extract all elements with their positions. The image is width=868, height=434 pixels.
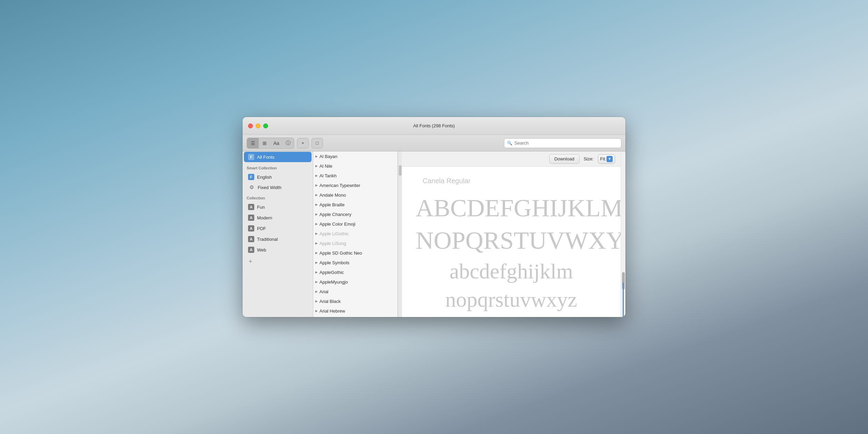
preview-scroll-line (623, 283, 624, 317)
english-label: English (257, 175, 272, 180)
sidebar-item-english[interactable]: F English (244, 172, 312, 182)
window-button[interactable]: □ (312, 138, 323, 148)
font-item-label: Apple Color Emoji (319, 221, 355, 227)
modern-icon: A (248, 215, 254, 221)
view-mode-group: ☰ ⊞ Aa ⓘ (247, 138, 294, 149)
font-item-label: Arial Black (319, 299, 341, 304)
preview-line-uppercase: ABCDEFGHIJKLM (416, 193, 607, 223)
font-item-al-nile[interactable]: ▶ Al Nile (313, 161, 397, 171)
sidebar-item-modern[interactable]: A Modern (244, 213, 312, 223)
font-item-label: Andale Mono (319, 193, 346, 198)
search-bar[interactable]: 🔍 (504, 138, 621, 148)
font-item-label: American Typewriter (319, 183, 360, 188)
title-bar: All Fonts (298 Fonts) (243, 117, 625, 135)
font-item-apple-color-emoji[interactable]: ▶ Apple Color Emoji (313, 219, 397, 229)
preview-line-lowercase: abcdefghijklm (416, 258, 607, 284)
font-item-label: Apple Symbols (319, 260, 349, 265)
preview-content: Canela Regular ABCDEFGHIJKLM NOPQRSTUVWX… (402, 167, 621, 317)
preview-line-uppercase2: NOPQRSTUVWXYZ (416, 226, 607, 255)
font-item-andale-mono[interactable]: ▶ Andale Mono (313, 190, 397, 200)
preview-text: ABCDEFGHIJKLM NOPQRSTUVWXYZ abcdefghijkl… (416, 193, 607, 317)
sidebar-item-all-fonts[interactable]: F All Fonts (244, 152, 312, 162)
add-font-button[interactable]: + (297, 138, 309, 148)
font-item-label: Apple Braille (319, 202, 345, 207)
font-item-applegothic[interactable]: ▶ AppleGothic (313, 267, 397, 277)
font-item-label: Apple LiSung (319, 241, 346, 246)
font-item-apple-lisung[interactable]: ▶ Apple LiSung (313, 238, 397, 248)
grid-view-button[interactable]: ⊞ (259, 138, 270, 148)
main-content: F All Fonts Smart Collection F English ⚙… (243, 151, 625, 317)
fun-label: Fun (257, 205, 265, 210)
search-input[interactable] (514, 140, 618, 146)
preview-line-numbers: 1234567890 (416, 315, 607, 317)
font-item-arial-hebrew[interactable]: ▶ Arial Hebrew (313, 306, 397, 316)
traditional-label: Traditional (257, 237, 278, 242)
minimize-button[interactable] (256, 124, 260, 128)
fixed-width-label: Fixed Width (258, 185, 282, 190)
preview-panel: Download Size: Fit ▼ Canela Regular ABCD… (402, 151, 621, 317)
font-item-label: Arial (319, 289, 328, 294)
close-button[interactable] (248, 124, 253, 128)
traffic-lights (243, 124, 268, 128)
font-item-applemyungjo[interactable]: ▶ AppleMyungjo (313, 277, 397, 287)
window-title: All Fonts (298 Fonts) (413, 123, 455, 128)
font-list-wrapper: ▶ Al Bayan ▶ Al Nile ▶ Al Tarikh ▶ Ameri… (313, 151, 402, 317)
maximize-button[interactable] (263, 124, 268, 128)
font-item-label: Al Bayan (319, 154, 337, 159)
sidebar: F All Fonts Smart Collection F English ⚙… (243, 151, 313, 317)
collection-header: Collection (243, 193, 313, 201)
sample-view-button[interactable]: Aa (270, 138, 282, 148)
modern-label: Modern (257, 215, 272, 220)
download-button[interactable]: Download (549, 154, 580, 164)
font-list-scrollbar[interactable] (398, 151, 402, 317)
sidebar-item-fixed-width[interactable]: ⚙ Fixed Width (244, 183, 312, 192)
font-item-apple-braille[interactable]: ▶ Apple Braille (313, 200, 397, 209)
font-name-display: Canela Regular (423, 177, 471, 185)
font-item-arial-black[interactable]: ▶ Arial Black (313, 296, 397, 306)
font-item-apple-sd-gothic-neo[interactable]: ▶ Apple SD Gothic Neo (313, 248, 397, 258)
font-item-arial-hebrew-scholar[interactable]: ▶ Arial Hebrew Scholar (313, 316, 397, 317)
sidebar-item-pdf[interactable]: A PDF (244, 223, 312, 234)
font-item-label: Apple LiGothic (319, 231, 349, 236)
font-item-american-typewriter[interactable]: ▶ American Typewriter (313, 180, 397, 190)
size-dropdown-icon: ▼ (606, 156, 613, 162)
info-button[interactable]: ⓘ (282, 138, 294, 148)
all-fonts-icon: F (248, 154, 254, 160)
preview-panel-wrapper: Download Size: Fit ▼ Canela Regular ABCD… (402, 151, 625, 317)
web-icon: A (248, 247, 254, 253)
expand-arrow: ▶ (315, 155, 318, 158)
pdf-icon: A (248, 225, 254, 231)
font-item-al-tarikh[interactable]: ▶ Al Tarikh (313, 171, 397, 180)
font-item-al-bayan[interactable]: ▶ Al Bayan (313, 151, 397, 161)
preview-toolbar: Download Size: Fit ▼ (402, 151, 621, 167)
toolbar: ☰ ⊞ Aa ⓘ + □ 🔍 (243, 135, 625, 151)
sidebar-item-web[interactable]: A Web (244, 245, 312, 255)
font-item-label: Al Tarikh (319, 173, 337, 178)
font-item-apple-ligothic[interactable]: ▶ Apple LiGothic (313, 229, 397, 238)
list-view-button[interactable]: ☰ (247, 138, 259, 148)
english-icon: F (248, 174, 254, 180)
window-icon: □ (316, 140, 319, 146)
add-collection-button[interactable]: + (247, 258, 254, 265)
fixed-width-icon: ⚙ (248, 185, 255, 190)
size-label: Size: (584, 156, 594, 161)
add-font-icon: + (302, 140, 304, 146)
preview-line-lowercase2: nopqrstuvwxyz (416, 287, 607, 312)
font-list-scroll-thumb (399, 165, 402, 176)
font-list[interactable]: ▶ Al Bayan ▶ Al Nile ▶ Al Tarikh ▶ Ameri… (313, 151, 398, 317)
sidebar-item-traditional[interactable]: A Traditional (244, 234, 312, 244)
size-select[interactable]: Fit ▼ (598, 154, 615, 164)
font-item-label: AppleGothic (319, 270, 344, 275)
font-item-apple-symbols[interactable]: ▶ Apple Symbols (313, 258, 397, 267)
sidebar-item-fun[interactable]: A Fun (244, 202, 312, 212)
font-item-label: Al Nile (319, 164, 333, 169)
font-item-label: Apple SD Gothic Neo (319, 250, 362, 256)
main-window: All Fonts (298 Fonts) ☰ ⊞ Aa ⓘ + □ 🔍 F A… (243, 117, 625, 317)
all-fonts-label: All Fonts (257, 155, 275, 160)
font-item-apple-chancery[interactable]: ▶ Apple Chancery (313, 209, 397, 219)
font-item-label: Arial Hebrew (319, 308, 345, 314)
font-item-arial[interactable]: ▶ Arial (313, 287, 397, 296)
preview-scrollbar[interactable] (621, 151, 625, 317)
font-item-label: AppleMyungjo (319, 279, 348, 285)
size-value: Fit (600, 156, 605, 161)
